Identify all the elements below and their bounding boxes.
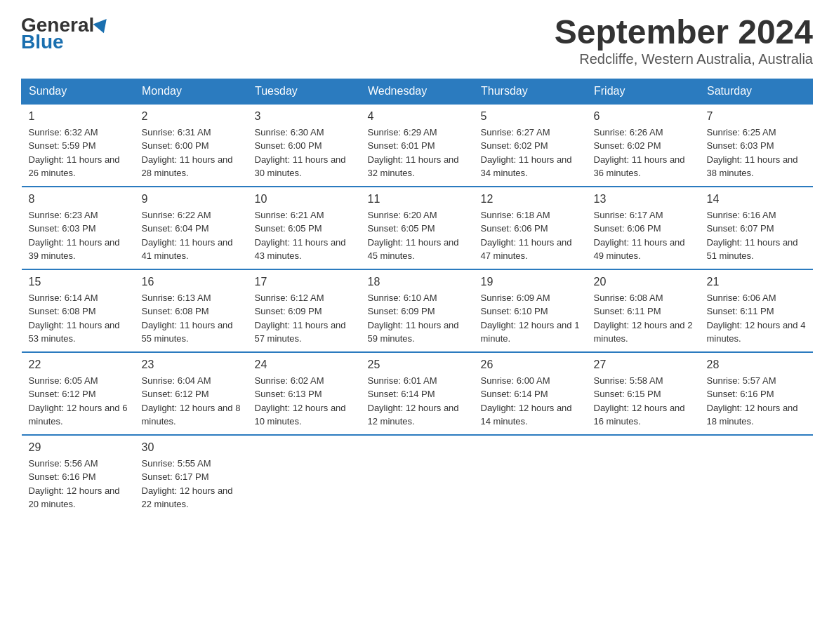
calendar-cell: 10Sunrise: 6:21 AMSunset: 6:05 PMDayligh… xyxy=(248,187,361,269)
day-number: 7 xyxy=(707,110,806,123)
day-number: 11 xyxy=(368,193,467,206)
calendar-cell: 27Sunrise: 5:58 AMSunset: 6:15 PMDayligh… xyxy=(587,352,700,435)
day-info: Sunrise: 6:00 AMSunset: 6:14 PMDaylight:… xyxy=(481,374,580,429)
day-info: Sunrise: 5:55 AMSunset: 6:17 PMDaylight:… xyxy=(142,457,241,511)
weekday-header-wednesday: Wednesday xyxy=(361,79,474,104)
calendar-cell: 5Sunrise: 6:27 AMSunset: 6:02 PMDaylight… xyxy=(474,104,587,187)
day-info: Sunrise: 6:26 AMSunset: 6:02 PMDaylight:… xyxy=(594,126,693,180)
day-info: Sunrise: 5:56 AMSunset: 6:16 PMDaylight:… xyxy=(29,457,128,511)
day-info: Sunrise: 6:10 AMSunset: 6:09 PMDaylight:… xyxy=(368,291,467,346)
calendar-week-row: 22Sunrise: 6:05 AMSunset: 6:12 PMDayligh… xyxy=(22,352,813,435)
logo-blue-text: Blue xyxy=(21,31,64,53)
day-number: 20 xyxy=(594,276,693,288)
calendar-cell: 13Sunrise: 6:17 AMSunset: 6:06 PMDayligh… xyxy=(587,187,700,269)
calendar-cell: 22Sunrise: 6:05 AMSunset: 6:12 PMDayligh… xyxy=(22,352,135,435)
day-info: Sunrise: 6:23 AMSunset: 6:03 PMDaylight:… xyxy=(29,208,128,263)
day-info: Sunrise: 6:20 AMSunset: 6:05 PMDaylight:… xyxy=(368,208,467,263)
calendar-cell: 18Sunrise: 6:10 AMSunset: 6:09 PMDayligh… xyxy=(361,269,474,352)
day-number: 19 xyxy=(481,276,580,288)
calendar-cell: 28Sunrise: 5:57 AMSunset: 6:16 PMDayligh… xyxy=(700,352,813,435)
day-number: 9 xyxy=(142,193,241,206)
calendar-cell: 15Sunrise: 6:14 AMSunset: 6:08 PMDayligh… xyxy=(22,269,135,352)
day-number: 10 xyxy=(255,193,354,206)
weekday-header-sunday: Sunday xyxy=(22,79,135,104)
calendar-cell xyxy=(700,435,813,517)
calendar-cell xyxy=(587,435,700,517)
weekday-header-row: SundayMondayTuesdayWednesdayThursdayFrid… xyxy=(22,79,813,104)
day-number: 6 xyxy=(594,110,693,123)
day-info: Sunrise: 6:22 AMSunset: 6:04 PMDaylight:… xyxy=(142,208,241,263)
day-info: Sunrise: 6:17 AMSunset: 6:06 PMDaylight:… xyxy=(594,208,693,263)
day-number: 27 xyxy=(594,358,693,371)
calendar-cell: 6Sunrise: 6:26 AMSunset: 6:02 PMDaylight… xyxy=(587,104,700,187)
day-info: Sunrise: 5:58 AMSunset: 6:15 PMDaylight:… xyxy=(594,374,693,429)
day-info: Sunrise: 6:08 AMSunset: 6:11 PMDaylight:… xyxy=(594,291,693,346)
calendar-cell: 23Sunrise: 6:04 AMSunset: 6:12 PMDayligh… xyxy=(135,352,248,435)
day-number: 12 xyxy=(481,193,580,206)
day-info: Sunrise: 6:30 AMSunset: 6:00 PMDaylight:… xyxy=(255,126,354,180)
page-subtitle: Redcliffe, Western Australia, Australia xyxy=(555,51,813,67)
logo: General Blue xyxy=(21,14,110,53)
calendar-cell: 8Sunrise: 6:23 AMSunset: 6:03 PMDaylight… xyxy=(22,187,135,269)
day-number: 8 xyxy=(29,193,128,206)
day-number: 3 xyxy=(255,110,354,123)
day-info: Sunrise: 6:25 AMSunset: 6:03 PMDaylight:… xyxy=(707,126,806,180)
day-number: 25 xyxy=(368,358,467,371)
day-number: 28 xyxy=(707,358,806,371)
day-info: Sunrise: 6:13 AMSunset: 6:08 PMDaylight:… xyxy=(142,291,241,346)
calendar-cell: 14Sunrise: 6:16 AMSunset: 6:07 PMDayligh… xyxy=(700,187,813,269)
calendar-cell: 2Sunrise: 6:31 AMSunset: 6:00 PMDaylight… xyxy=(135,104,248,187)
day-number: 24 xyxy=(255,358,354,371)
weekday-header-thursday: Thursday xyxy=(474,79,587,104)
page-title: September 2024 xyxy=(555,14,813,51)
day-number: 23 xyxy=(142,358,241,371)
day-info: Sunrise: 6:29 AMSunset: 6:01 PMDaylight:… xyxy=(368,126,467,180)
calendar-cell: 11Sunrise: 6:20 AMSunset: 6:05 PMDayligh… xyxy=(361,187,474,269)
day-number: 13 xyxy=(594,193,693,206)
day-number: 1 xyxy=(29,110,128,123)
calendar-cell xyxy=(248,435,361,517)
weekday-header-tuesday: Tuesday xyxy=(248,79,361,104)
calendar-cell: 9Sunrise: 6:22 AMSunset: 6:04 PMDaylight… xyxy=(135,187,248,269)
day-number: 15 xyxy=(29,276,128,288)
calendar-cell: 26Sunrise: 6:00 AMSunset: 6:14 PMDayligh… xyxy=(474,352,587,435)
day-info: Sunrise: 6:32 AMSunset: 5:59 PMDaylight:… xyxy=(29,126,128,180)
day-info: Sunrise: 5:57 AMSunset: 6:16 PMDaylight:… xyxy=(707,374,806,429)
day-number: 14 xyxy=(707,193,806,206)
day-number: 26 xyxy=(481,358,580,371)
calendar-week-row: 29Sunrise: 5:56 AMSunset: 6:16 PMDayligh… xyxy=(22,435,813,517)
day-info: Sunrise: 6:16 AMSunset: 6:07 PMDaylight:… xyxy=(707,208,806,263)
calendar-week-row: 8Sunrise: 6:23 AMSunset: 6:03 PMDaylight… xyxy=(22,187,813,269)
day-info: Sunrise: 6:09 AMSunset: 6:10 PMDaylight:… xyxy=(481,291,580,346)
day-info: Sunrise: 6:14 AMSunset: 6:08 PMDaylight:… xyxy=(29,291,128,346)
day-number: 17 xyxy=(255,276,354,288)
calendar-table: SundayMondayTuesdayWednesdayThursdayFrid… xyxy=(21,79,813,517)
day-info: Sunrise: 6:01 AMSunset: 6:14 PMDaylight:… xyxy=(368,374,467,429)
weekday-header-monday: Monday xyxy=(135,79,248,104)
day-info: Sunrise: 6:31 AMSunset: 6:00 PMDaylight:… xyxy=(142,126,241,180)
title-block: September 2024 Redcliffe, Western Austra… xyxy=(555,14,813,67)
page-header: General Blue September 2024 Redcliffe, W… xyxy=(21,14,813,67)
calendar-cell xyxy=(361,435,474,517)
day-info: Sunrise: 6:02 AMSunset: 6:13 PMDaylight:… xyxy=(255,374,354,429)
calendar-cell: 7Sunrise: 6:25 AMSunset: 6:03 PMDaylight… xyxy=(700,104,813,187)
calendar-cell: 30Sunrise: 5:55 AMSunset: 6:17 PMDayligh… xyxy=(135,435,248,517)
calendar-cell: 16Sunrise: 6:13 AMSunset: 6:08 PMDayligh… xyxy=(135,269,248,352)
calendar-cell: 3Sunrise: 6:30 AMSunset: 6:00 PMDaylight… xyxy=(248,104,361,187)
day-number: 30 xyxy=(142,441,241,454)
calendar-cell: 21Sunrise: 6:06 AMSunset: 6:11 PMDayligh… xyxy=(700,269,813,352)
calendar-week-row: 1Sunrise: 6:32 AMSunset: 5:59 PMDaylight… xyxy=(22,104,813,187)
calendar-cell: 20Sunrise: 6:08 AMSunset: 6:11 PMDayligh… xyxy=(587,269,700,352)
calendar-cell: 12Sunrise: 6:18 AMSunset: 6:06 PMDayligh… xyxy=(474,187,587,269)
day-number: 18 xyxy=(368,276,467,288)
day-info: Sunrise: 6:05 AMSunset: 6:12 PMDaylight:… xyxy=(29,374,128,429)
calendar-cell xyxy=(474,435,587,517)
weekday-header-saturday: Saturday xyxy=(700,79,813,104)
day-info: Sunrise: 6:04 AMSunset: 6:12 PMDaylight:… xyxy=(142,374,241,429)
day-info: Sunrise: 6:21 AMSunset: 6:05 PMDaylight:… xyxy=(255,208,354,263)
day-number: 29 xyxy=(29,441,128,454)
calendar-cell: 25Sunrise: 6:01 AMSunset: 6:14 PMDayligh… xyxy=(361,352,474,435)
day-number: 4 xyxy=(368,110,467,123)
day-info: Sunrise: 6:18 AMSunset: 6:06 PMDaylight:… xyxy=(481,208,580,263)
calendar-cell: 29Sunrise: 5:56 AMSunset: 6:16 PMDayligh… xyxy=(22,435,135,517)
